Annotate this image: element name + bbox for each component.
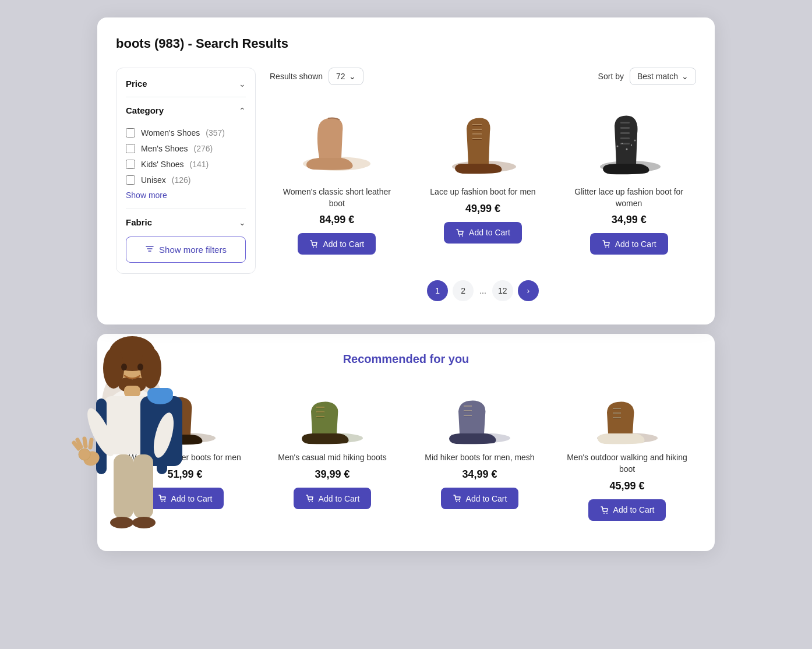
svg-line-94 xyxy=(90,440,91,447)
svg-point-24 xyxy=(622,143,623,144)
recommended-add-to-cart-button[interactable]: Add to Cart xyxy=(441,488,519,509)
category-name: Men's Shoes xyxy=(141,144,188,153)
svg-point-23 xyxy=(616,146,618,147)
recommended-add-to-cart-button[interactable]: Add to Cart xyxy=(294,488,372,509)
product-card: Women's classic short leather boot 84,99… xyxy=(270,99,404,264)
svg-rect-21 xyxy=(620,137,630,139)
svg-point-37 xyxy=(161,501,163,502)
svg-point-64 xyxy=(603,513,605,514)
category-chevron-icon: ⌃ xyxy=(239,106,246,115)
svg-point-28 xyxy=(605,246,606,248)
show-filters-label: Show more filters xyxy=(159,245,227,255)
svg-point-65 xyxy=(606,513,608,514)
add-to-cart-label: Add to Cart xyxy=(466,494,507,503)
svg-line-92 xyxy=(77,440,81,447)
product-card: Lace up fashion boot for men 49,99 € Add… xyxy=(416,99,550,264)
product-price: 49,99 € xyxy=(465,203,500,215)
results-count-chevron-icon: ⌄ xyxy=(349,72,356,81)
fabric-filter-header[interactable]: Fabric ⌄ xyxy=(126,217,246,227)
svg-point-56 xyxy=(459,501,460,502)
page-button-12[interactable]: 12 xyxy=(492,280,513,301)
add-to-cart-label: Add to Cart xyxy=(469,228,510,237)
recommended-section: Recommended for you Waterproof hiker boo… xyxy=(97,334,715,551)
pagination-next-button[interactable]: › xyxy=(518,280,539,301)
sort-by-value: Best match xyxy=(637,72,678,81)
add-to-cart-label: Add to Cart xyxy=(323,239,364,249)
recommended-add-to-cart-button[interactable]: Add to Cart xyxy=(588,499,666,521)
recommended-title: Recommended for you xyxy=(116,352,696,366)
svg-rect-20 xyxy=(620,132,630,134)
price-filter-label: Price xyxy=(126,79,147,89)
svg-rect-18 xyxy=(620,122,630,124)
add-to-cart-button[interactable]: Add to Cart xyxy=(298,233,376,255)
svg-line-93 xyxy=(84,439,86,446)
category-count: (276) xyxy=(194,144,213,153)
product-card: Glitter lace up fashion boot for women 3… xyxy=(562,99,696,264)
pagination-dots: ... xyxy=(478,286,488,295)
results-count-value: 72 xyxy=(336,72,345,81)
cart-icon xyxy=(602,239,611,249)
fabric-chevron-icon: ⌄ xyxy=(239,218,246,227)
recommended-card: Waterproof hiker boots for men 51,99 € A… xyxy=(116,382,254,530)
svg-point-26 xyxy=(631,144,632,146)
price-chevron-icon: ⌄ xyxy=(239,79,246,89)
category-count: (126) xyxy=(172,175,191,185)
svg-point-27 xyxy=(634,140,636,142)
add-to-cart-button[interactable]: Add to Cart xyxy=(444,222,522,244)
page-button-2[interactable]: 2 xyxy=(453,280,474,301)
svg-point-5 xyxy=(316,246,317,248)
svg-point-29 xyxy=(608,246,609,248)
category-item: Unisex (126) xyxy=(126,175,246,185)
recommended-product-name: Men's casual mid hiking boots xyxy=(278,452,386,464)
category-name: Kids' Shoes xyxy=(141,160,184,169)
svg-point-46 xyxy=(309,501,310,502)
product-image xyxy=(585,108,673,178)
recommended-grid: Waterproof hiker boots for men 51,99 € A… xyxy=(116,382,696,530)
category-name: Unisex xyxy=(141,175,166,185)
results-shown-label: Results shown xyxy=(270,72,323,81)
recommended-product-name: Men's outdoor walking and hiking boot xyxy=(563,452,691,475)
category-checkbox-3[interactable] xyxy=(126,175,135,185)
svg-point-38 xyxy=(164,501,165,502)
sidebar: Price ⌄ Category ⌃ Women's Shoes (357) M… xyxy=(116,68,256,301)
recommended-add-to-cart-button[interactable]: Add to Cart xyxy=(146,488,224,509)
price-filter-header[interactable]: Price ⌄ xyxy=(126,79,246,97)
recommended-product-name: Waterproof hiker boots for men xyxy=(129,452,241,464)
cart-icon xyxy=(600,505,609,515)
page-button-1[interactable]: 1 xyxy=(427,280,448,301)
category-filter-label: Category xyxy=(126,105,164,115)
recommended-card: Men's outdoor walking and hiking boot 45… xyxy=(558,382,696,530)
category-checkbox-1[interactable] xyxy=(126,144,135,153)
svg-point-25 xyxy=(626,149,627,150)
add-to-cart-label: Add to Cart xyxy=(319,494,360,503)
add-to-cart-button[interactable]: Add to Cart xyxy=(590,233,668,255)
recommended-product-price: 51,99 € xyxy=(167,468,202,481)
category-item: Men's Shoes (276) xyxy=(126,144,246,153)
results-count-select[interactable]: 72 ⌄ xyxy=(329,68,363,85)
product-name: Glitter lace up fashion boot for women xyxy=(569,186,689,209)
category-item: Women's Shoes (357) xyxy=(126,128,246,137)
recommended-product-image xyxy=(147,387,223,445)
svg-rect-19 xyxy=(620,127,630,129)
show-more-filters-button[interactable]: Show more filters xyxy=(126,237,246,263)
sort-by-select[interactable]: Best match ⌄ xyxy=(630,68,696,85)
svg-point-47 xyxy=(312,501,313,502)
sort-by-chevron-icon: ⌄ xyxy=(682,72,689,81)
svg-line-91 xyxy=(74,443,79,449)
category-checkbox-2[interactable] xyxy=(126,160,135,169)
category-filter-header[interactable]: Category ⌃ xyxy=(126,105,246,124)
page-title: boots (983) - Search Results xyxy=(116,36,696,51)
product-price: 34,99 € xyxy=(612,214,647,226)
products-grid: Women's classic short leather boot 84,99… xyxy=(270,99,696,264)
category-checkbox-0[interactable] xyxy=(126,128,135,137)
filter-icon xyxy=(145,244,154,255)
product-image xyxy=(293,108,380,178)
add-to-cart-label: Add to Cart xyxy=(171,494,213,503)
product-name: Women's classic short leather boot xyxy=(277,186,397,209)
show-more-categories-link[interactable]: Show more xyxy=(126,191,167,200)
recommended-product-price: 45,99 € xyxy=(609,480,644,492)
category-item: Kids' Shoes (141) xyxy=(126,160,246,169)
product-name: Lace up fashion boot for men xyxy=(430,186,535,198)
category-name: Women's Shoes xyxy=(141,128,200,137)
recommended-product-price: 39,99 € xyxy=(315,468,349,481)
